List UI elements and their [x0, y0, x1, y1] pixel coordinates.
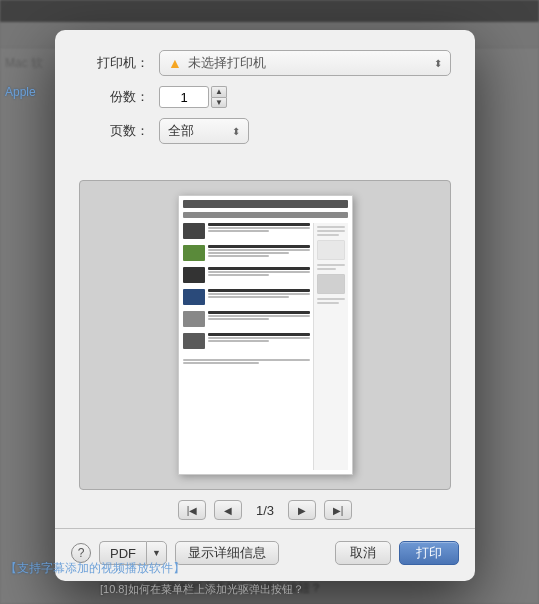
pages-dropdown-arrow: ⬍: [232, 126, 240, 137]
copies-decrement[interactable]: ▼: [211, 97, 227, 108]
show-details-button[interactable]: 显示详细信息: [175, 541, 279, 565]
copies-input-wrapper: ▲ ▼: [159, 86, 227, 108]
pages-select-text: 全部: [168, 122, 232, 140]
printer-label: 打印机：: [79, 54, 149, 72]
printer-row: 打印机： ▲ 未选择打印机 ⬍: [79, 50, 451, 76]
print-dialog: 打印机： ▲ 未选择打印机 ⬍ 份数： ▲ ▼ 页数： 全部 ⬍: [55, 30, 475, 581]
copies-stepper: ▲ ▼: [211, 86, 227, 108]
bg-bottom-link2: [10.8]如何在菜单栏上添加光驱弹出按钮？: [100, 582, 304, 597]
last-page-button[interactable]: ▶|: [324, 500, 352, 520]
copies-input[interactable]: [159, 86, 209, 108]
pages-selector[interactable]: 全部 ⬍: [159, 118, 249, 144]
bg-apple-link: Apple: [5, 85, 36, 99]
page-navigation: |◀ ◀ 1/3 ▶ ▶|: [55, 500, 475, 520]
copies-row: 份数： ▲ ▼: [79, 86, 451, 108]
prev-page-button[interactable]: ◀: [214, 500, 242, 520]
copies-increment[interactable]: ▲: [211, 86, 227, 97]
printer-select-text: 未选择打印机: [188, 54, 434, 72]
preview-nav: [183, 212, 348, 218]
print-preview: [79, 180, 451, 490]
page-indicator: 1/3: [250, 503, 280, 518]
first-page-button[interactable]: |◀: [178, 500, 206, 520]
warning-icon: ▲: [168, 55, 182, 71]
print-button[interactable]: 打印: [399, 541, 459, 565]
page-preview-content: [178, 195, 353, 475]
printer-dropdown-arrow: ⬍: [434, 58, 442, 69]
preview-main: [183, 223, 310, 470]
bg-bottom-link1: 【支持字幕添加的视频播放软件】: [5, 560, 185, 577]
cancel-button[interactable]: 取消: [335, 541, 391, 565]
dialog-divider: [55, 528, 475, 529]
pages-row: 页数： 全部 ⬍: [79, 118, 451, 144]
printer-selector[interactable]: ▲ 未选择打印机 ⬍: [159, 50, 451, 76]
next-page-button[interactable]: ▶: [288, 500, 316, 520]
copies-label: 份数：: [79, 88, 149, 106]
preview-sidebar: [313, 223, 348, 470]
pages-label: 页数：: [79, 122, 149, 140]
preview-header: [183, 200, 348, 208]
